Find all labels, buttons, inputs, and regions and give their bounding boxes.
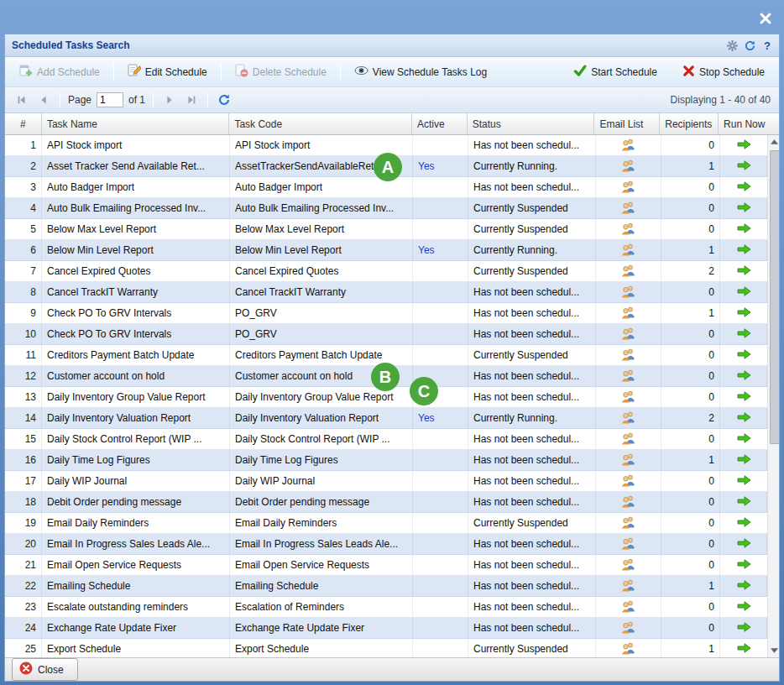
grid-refresh-icon[interactable]: [216, 92, 233, 108]
run-now-icon[interactable]: [736, 621, 751, 635]
run-now-icon[interactable]: [736, 411, 751, 426]
email-list-icon[interactable]: [621, 536, 635, 552]
email-list-icon[interactable]: [621, 285, 635, 301]
email-list-icon[interactable]: [621, 348, 635, 363]
table-row[interactable]: 23 Escalate outstanding reminders Escala…: [5, 597, 767, 618]
window-close-icon[interactable]: [758, 11, 773, 26]
run-now-icon[interactable]: [736, 139, 751, 153]
email-list-icon[interactable]: [621, 452, 635, 468]
email-list-icon[interactable]: [621, 515, 635, 531]
gear-icon[interactable]: [725, 39, 739, 52]
column-header-task-name[interactable]: Task Name: [42, 113, 229, 134]
run-now-icon[interactable]: [736, 348, 751, 363]
table-row[interactable]: 7 Cancel Expired Quotes Cancel Expired Q…: [5, 261, 767, 282]
table-row[interactable]: 19 Email Daily Reminders Email Daily Rem…: [5, 513, 767, 534]
run-now-icon[interactable]: [736, 432, 751, 447]
table-row[interactable]: 25 Export Schedule Export Schedule Curre…: [5, 639, 767, 657]
run-now-icon[interactable]: [736, 285, 751, 300]
run-now-icon[interactable]: [736, 243, 751, 258]
email-list-icon[interactable]: [621, 390, 635, 405]
email-list-icon[interactable]: [621, 599, 635, 615]
email-list-icon[interactable]: [621, 620, 635, 636]
table-row[interactable]: 6 Below Min Level Report Below Min Level…: [5, 240, 767, 261]
column-header-status[interactable]: Status: [468, 113, 595, 134]
table-row[interactable]: 9 Check PO To GRV Intervals PO_GRV Has n…: [5, 303, 767, 324]
column-header-number[interactable]: #: [5, 113, 42, 134]
email-list-icon[interactable]: [621, 369, 635, 384]
add-schedule-button[interactable]: Add Schedule: [13, 60, 106, 84]
run-now-icon[interactable]: [736, 390, 751, 405]
email-list-icon[interactable]: [621, 306, 635, 322]
column-header-task-code[interactable]: Task Code: [229, 113, 411, 134]
run-now-icon[interactable]: [736, 516, 751, 531]
run-now-icon[interactable]: [736, 180, 751, 195]
scroll-up-icon[interactable]: [768, 135, 780, 149]
delete-schedule-button[interactable]: Delete Schedule: [229, 60, 332, 84]
start-schedule-button[interactable]: Start Schedule: [567, 60, 663, 84]
run-now-icon[interactable]: [736, 222, 751, 237]
email-list-icon[interactable]: [621, 222, 635, 238]
email-list-icon[interactable]: [621, 494, 635, 510]
view-schedule-tasks-log-button[interactable]: View Schedule Tasks Log: [348, 60, 493, 83]
email-list-icon[interactable]: [621, 243, 635, 259]
scroll-down-icon[interactable]: [768, 644, 780, 657]
run-now-icon[interactable]: [736, 495, 751, 510]
run-now-icon[interactable]: [736, 474, 751, 489]
close-button[interactable]: Close: [12, 658, 78, 681]
run-now-icon[interactable]: [736, 201, 751, 216]
run-now-icon[interactable]: [736, 369, 751, 384]
column-header-email-list[interactable]: Email List: [594, 113, 660, 134]
email-list-icon[interactable]: [621, 138, 635, 154]
email-list-icon[interactable]: [621, 557, 635, 573]
email-list-icon[interactable]: [621, 410, 635, 426]
table-row[interactable]: 18 Debit Order pending message Debit Ord…: [5, 492, 767, 513]
email-list-icon[interactable]: [621, 180, 635, 196]
table-row[interactable]: 22 Emailing Schedule Emailing Schedule H…: [5, 576, 767, 597]
scrollbar-track[interactable]: [768, 149, 780, 644]
table-row[interactable]: 4 Auto Bulk Emailing Processed Inv... Au…: [5, 198, 767, 219]
table-row[interactable]: 5 Below Max Level Report Below Max Level…: [5, 219, 767, 240]
table-row[interactable]: 15 Daily Stock Control Report (WIP ... D…: [5, 429, 767, 450]
prev-page-icon[interactable]: [35, 92, 52, 108]
email-list-icon[interactable]: [621, 578, 635, 594]
column-header-active[interactable]: Active: [412, 113, 468, 134]
run-now-icon[interactable]: [736, 579, 751, 593]
table-row[interactable]: 21 Email Open Service Requests Email Ope…: [5, 555, 767, 576]
run-now-icon[interactable]: [736, 264, 751, 279]
email-list-icon[interactable]: [621, 641, 635, 657]
refresh-icon[interactable]: [743, 39, 756, 52]
stop-schedule-button[interactable]: Stop Schedule: [677, 60, 771, 84]
first-page-icon[interactable]: [13, 92, 30, 108]
run-now-icon[interactable]: [736, 642, 751, 656]
table-row[interactable]: 16 Daily Time Log Figures Daily Time Log…: [5, 450, 767, 471]
email-list-icon[interactable]: [621, 159, 635, 175]
table-row[interactable]: 20 Email In Progress Sales Leads Ale... …: [5, 534, 767, 555]
email-list-icon[interactable]: [621, 431, 635, 447]
next-page-icon[interactable]: [161, 92, 178, 108]
cell-task-name: Email Daily Reminders: [42, 513, 230, 533]
edit-schedule-button[interactable]: Edit Schedule: [122, 60, 213, 84]
email-list-icon[interactable]: [621, 473, 635, 489]
scrollbar-thumb[interactable]: [770, 150, 780, 444]
run-now-icon[interactable]: [736, 537, 751, 552]
vertical-scrollbar[interactable]: [767, 135, 779, 657]
table-row[interactable]: 24 Exchange Rate Update Fixer Exchange R…: [5, 618, 767, 639]
email-list-icon[interactable]: [621, 327, 635, 342]
email-list-icon[interactable]: [621, 264, 635, 280]
table-row[interactable]: 10 Check PO To GRV Intervals PO_GRV Has …: [5, 324, 767, 345]
page-number-input[interactable]: [97, 92, 123, 107]
run-now-icon[interactable]: [736, 558, 751, 573]
email-list-icon[interactable]: [621, 201, 635, 217]
run-now-icon[interactable]: [736, 306, 751, 321]
run-now-icon[interactable]: [736, 453, 751, 468]
table-row[interactable]: 8 Cancel TrackIT Warranty Cancel TrackIT…: [5, 282, 767, 303]
table-row[interactable]: 14 Daily Inventory Valuation Report Dail…: [5, 408, 767, 429]
run-now-icon[interactable]: [736, 600, 751, 614]
column-header-run-now[interactable]: Run Now: [719, 113, 766, 134]
last-page-icon[interactable]: [183, 92, 200, 108]
run-now-icon[interactable]: [736, 327, 751, 342]
column-header-recipients[interactable]: Recipients: [660, 113, 719, 134]
table-row[interactable]: 17 Daily WIP Journal Daily WIP Journal H…: [5, 471, 767, 492]
run-now-icon[interactable]: [736, 159, 751, 174]
help-icon[interactable]: ?: [760, 39, 774, 52]
